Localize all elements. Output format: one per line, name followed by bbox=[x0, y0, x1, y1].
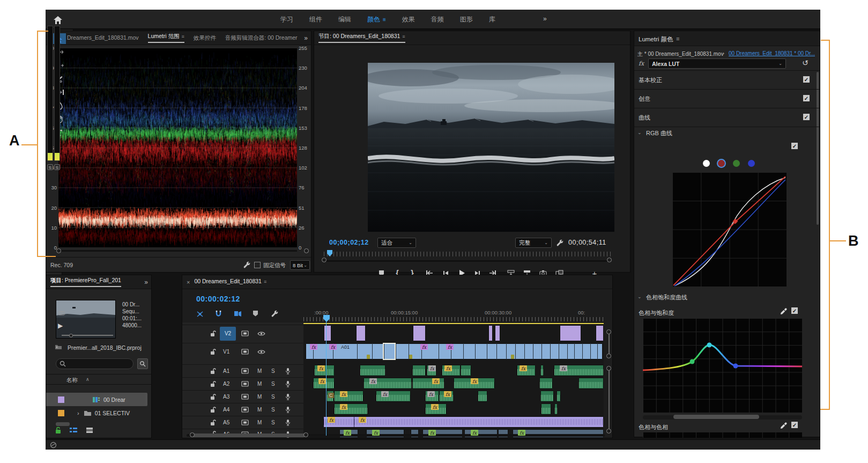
timeline-hscrollbar-thumb[interactable] bbox=[192, 433, 306, 437]
solo-button[interactable]: S bbox=[271, 381, 275, 387]
rgb-curves-collapse-icon[interactable]: ⌄ bbox=[637, 130, 642, 135]
track-name[interactable]: A1 bbox=[223, 368, 229, 374]
program-settings-wrench-icon[interactable] bbox=[557, 239, 563, 246]
home-icon[interactable] bbox=[51, 13, 65, 26]
lumetri-section-2[interactable]: 创意✓ bbox=[634, 89, 820, 108]
timeline-settings-wrench-icon[interactable] bbox=[271, 310, 278, 317]
track-name[interactable]: A3 bbox=[223, 394, 229, 400]
section-enable-checkbox[interactable]: ✓ bbox=[803, 95, 810, 101]
program-video-preview[interactable] bbox=[368, 63, 614, 232]
selected-clip-outline[interactable] bbox=[383, 343, 396, 360]
track-lane-v2[interactable] bbox=[303, 325, 604, 342]
track-header-A2[interactable]: A2MS bbox=[182, 377, 303, 390]
track-name[interactable]: A2 bbox=[223, 381, 229, 387]
voiceover-record-mic-icon[interactable] bbox=[285, 393, 291, 400]
panel-menu-icon[interactable]: ≡ bbox=[182, 34, 184, 39]
project-file-name[interactable]: Premier...all_2018_IBC.prproj bbox=[68, 344, 142, 351]
project-row-1[interactable]: ›01 SELECTIV bbox=[46, 406, 146, 420]
source-patch-icon[interactable] bbox=[241, 349, 249, 355]
workspace-tab-音频[interactable]: 音频 bbox=[431, 15, 444, 24]
solo-button[interactable]: S bbox=[271, 368, 275, 374]
track-header-V2[interactable]: V2 bbox=[182, 325, 303, 342]
playback-resolution-dropdown[interactable]: 完整⌄ bbox=[515, 238, 552, 248]
track-header-A5[interactable]: A5MS bbox=[182, 416, 303, 429]
workspace-tab-组件[interactable]: 组件 bbox=[309, 15, 322, 24]
track-name[interactable]: A5 bbox=[223, 420, 229, 425]
track-header-A1[interactable]: A1MS bbox=[182, 364, 303, 377]
voiceover-record-mic-icon[interactable] bbox=[285, 368, 291, 374]
track-header-V1[interactable]: V1 bbox=[182, 343, 303, 360]
scope-scrollbar-right-handle[interactable] bbox=[304, 248, 309, 253]
audio-clip-a1[interactable] bbox=[461, 365, 471, 376]
timeline-hscrollbar-right-handle[interactable] bbox=[303, 432, 308, 437]
icon-view-icon[interactable] bbox=[86, 427, 93, 433]
track-lock-icon[interactable] bbox=[210, 420, 216, 426]
bit-depth-dropdown[interactable]: 8 Bit⌄ bbox=[290, 260, 310, 270]
audio-clip-a3[interactable] bbox=[334, 391, 363, 402]
curve-channel-dot-2[interactable] bbox=[733, 160, 740, 167]
hue-vs-sat-curve-editor[interactable] bbox=[643, 318, 802, 413]
audio-clip-a4[interactable] bbox=[554, 403, 558, 415]
project-item-name[interactable]: 00 Drear bbox=[103, 396, 125, 403]
track-lane-a3[interactable]: Cfxfxfxfx bbox=[303, 390, 604, 402]
track-lock-icon[interactable] bbox=[210, 368, 216, 374]
nest-sequence-icon[interactable] bbox=[196, 311, 204, 318]
scope-scrollbar-left-handle[interactable] bbox=[56, 248, 61, 253]
navigate-up-icon[interactable] bbox=[55, 344, 62, 350]
eyedropper-icon[interactable] bbox=[780, 422, 787, 429]
solo-button[interactable]: S bbox=[271, 407, 275, 413]
voiceover-record-mic-icon[interactable] bbox=[285, 380, 291, 387]
program-scrollbar-right-handle[interactable] bbox=[607, 258, 612, 262]
sequence-clip-link[interactable]: 00 Dreamers_Edit_180831 * 00 Dr... bbox=[729, 50, 815, 56]
find-button[interactable] bbox=[137, 358, 148, 369]
section-enable-checkbox[interactable]: ✓ bbox=[803, 76, 810, 83]
eyedropper-icon[interactable] bbox=[780, 308, 787, 315]
scopes-tab[interactable]: Lumetri 范围≡ bbox=[148, 33, 184, 43]
track-lock-icon[interactable] bbox=[210, 349, 216, 355]
track-lane-a5[interactable]: fxfx bbox=[303, 416, 604, 428]
video-clip-v2[interactable] bbox=[560, 325, 581, 341]
project-overflow-button[interactable]: » bbox=[144, 278, 148, 286]
waveform-scope[interactable] bbox=[58, 48, 297, 247]
project-list-vscrollbar[interactable] bbox=[145, 393, 147, 406]
scope-settings-wrench-icon[interactable] bbox=[243, 261, 250, 268]
video-clip-v2[interactable] bbox=[488, 325, 493, 341]
track-lane-a2[interactable]: fxfxfxfx bbox=[303, 377, 604, 389]
thumbnail-scrubber-handle[interactable] bbox=[69, 334, 73, 337]
source-patch-icon[interactable] bbox=[241, 394, 249, 400]
audio-clip-a3[interactable] bbox=[478, 391, 487, 402]
video-clip-v2[interactable] bbox=[356, 325, 366, 341]
track-header-A4[interactable]: A4MS bbox=[182, 403, 303, 416]
audio-clip-a3[interactable] bbox=[540, 391, 554, 402]
solo-left-button[interactable]: S bbox=[47, 164, 53, 170]
thumbnail-play-icon[interactable]: ▶ bbox=[58, 322, 63, 329]
voiceover-record-mic-icon[interactable] bbox=[285, 419, 291, 426]
source-patch-icon[interactable] bbox=[241, 420, 249, 425]
video-clip-v2[interactable] bbox=[324, 325, 331, 341]
audio-clip-a2[interactable] bbox=[412, 378, 444, 389]
track-lock-icon[interactable] bbox=[210, 407, 216, 413]
vscrollbar-handle[interactable] bbox=[606, 329, 611, 334]
audio-clip-a1[interactable] bbox=[412, 365, 426, 376]
program-tab[interactable]: 节目: 00 Dreamers_Edit_180831≡ bbox=[318, 33, 405, 43]
section-label[interactable]: 基本校正 bbox=[639, 76, 662, 84]
audio-clip-a3[interactable]: C bbox=[327, 391, 334, 402]
curve-channel-dot-0[interactable] bbox=[703, 160, 710, 167]
audio-clip-a4[interactable] bbox=[334, 403, 368, 415]
toggle-track-output-eye-icon[interactable] bbox=[257, 331, 265, 336]
video-clip-v2[interactable] bbox=[596, 325, 604, 341]
linked-selection-icon[interactable] bbox=[234, 311, 242, 317]
audio-tracks-vscrollbar[interactable] bbox=[609, 369, 610, 432]
mute-button[interactable]: M bbox=[257, 420, 262, 425]
audio-clip-a2[interactable] bbox=[539, 378, 553, 389]
video-clip-v2[interactable] bbox=[413, 325, 426, 341]
workspace-tab-效果[interactable]: 效果 bbox=[402, 15, 415, 24]
search-input[interactable] bbox=[56, 358, 133, 369]
writable-lock-icon[interactable] bbox=[55, 427, 62, 434]
workspace-tab-图形[interactable]: 图形 bbox=[460, 15, 473, 24]
workspace-tab-编辑[interactable]: 编辑 bbox=[338, 15, 351, 24]
preview-thumbnail[interactable]: ▶ bbox=[56, 300, 116, 339]
curve-channel-dot-3[interactable] bbox=[748, 160, 755, 167]
hue-vs-sat-checkbox[interactable]: ✓ bbox=[791, 307, 798, 314]
program-timecode[interactable]: 00;00;02;12 bbox=[329, 239, 369, 246]
